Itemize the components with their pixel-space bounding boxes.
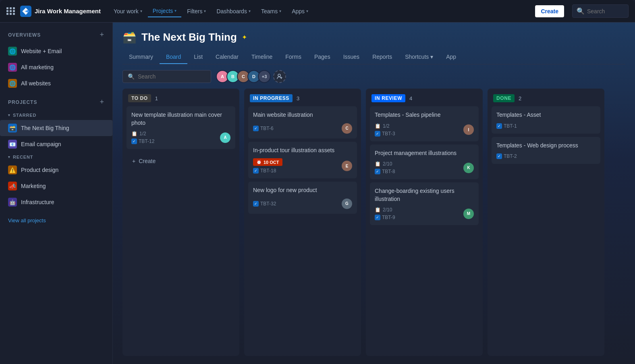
sidebar-item-website-email[interactable]: 🌐 Website + Email [0, 43, 112, 59]
recent-group[interactable]: ▾ RECENT [0, 152, 112, 162]
avatar-overflow[interactable]: +3 [258, 70, 271, 83]
card-title: Change-boarding existing users illustrat… [375, 187, 474, 203]
nav-projects[interactable]: Projects ▾ [148, 5, 182, 17]
card-title: New template illustration main cover pho… [131, 111, 230, 127]
card-id: ✓ TBT-32 [253, 201, 276, 207]
sidebar-item-product-design[interactable]: ⚠️ Product design [0, 162, 112, 178]
sidebar-item-next-big-thing[interactable]: 🗃️ The Next Big Thing [0, 120, 112, 136]
card-id: ✓ TBT-3 [375, 131, 395, 136]
sidebar-item-all-marketing[interactable]: 🌐 All marketing [0, 59, 112, 75]
chevron-icon: ▾ [140, 9, 142, 13]
column-todo-header: TO DO 1 [122, 89, 239, 106]
avatar: M [463, 209, 474, 219]
starred-group[interactable]: ▾ STARRED [0, 110, 112, 120]
search-input[interactable] [587, 8, 619, 14]
tab-issues[interactable]: Issues [337, 50, 366, 64]
done-label: DONE [493, 94, 515, 102]
card-id: ✓ TBT-1 [496, 123, 517, 129]
tab-calendar[interactable]: Calendar [209, 50, 245, 64]
card-title: Templates - Asset [496, 111, 596, 119]
subtask-icon: 📋 [375, 161, 381, 167]
table-row[interactable]: New template illustration main cover pho… [127, 106, 235, 149]
apps-grid-icon[interactable] [6, 7, 15, 15]
inprogress-cards: Main website illustration ✓ TBT-6 C In-p… [244, 106, 361, 218]
nav-your-work[interactable]: Your work ▾ [109, 6, 147, 17]
email-campaign-icon: 📧 [8, 140, 17, 149]
table-row[interactable]: New logo for new product ✓ TBT-32 G [248, 182, 357, 214]
add-person-button[interactable] [273, 70, 286, 83]
tab-shortcuts[interactable]: Shortcuts ▾ [398, 50, 440, 64]
chevron-icon: ▾ [249, 9, 251, 13]
card-meta: 📋 1/2 ✓ TBT-12 A [131, 131, 230, 144]
check-icon: ✓ [375, 169, 380, 174]
tab-app[interactable]: App [440, 50, 463, 64]
table-row[interactable]: Templates - Web design process ✓ TBT-2 [492, 137, 600, 164]
board-search[interactable]: 🔍 [122, 70, 211, 83]
card-title: Main website illustration [253, 111, 352, 119]
card-id: ✓ TBT-12 [131, 139, 154, 144]
card-id: ✓ TBT-2 [496, 153, 517, 159]
sidebar-item-all-websites[interactable]: 🌐 All websites [0, 75, 112, 91]
chevron-icon: ▾ [279, 9, 281, 13]
tab-summary[interactable]: Summary [122, 50, 160, 64]
avatar: G [342, 199, 352, 209]
add-project-button[interactable]: + [100, 98, 104, 106]
tab-pages[interactable]: Pages [308, 50, 337, 64]
sidebar: Overviews + 🌐 Website + Email 🌐 All mark… [0, 23, 113, 364]
tab-forms[interactable]: Forms [279, 50, 308, 64]
create-button[interactable]: Create [535, 5, 564, 17]
nav-apps[interactable]: Apps ▾ [287, 6, 313, 17]
check-icon: ✓ [375, 215, 380, 220]
board-toolbar: 🔍 A B C D +3 [113, 64, 635, 89]
column-inprogress-header: IN PROGRESS 3 [244, 89, 361, 106]
todo-count: 1 [155, 95, 158, 101]
table-row[interactable]: Project management illustrations 📋 2/10 … [370, 145, 479, 180]
column-done-header: DONE 2 [488, 89, 604, 106]
tab-reports[interactable]: Reports [366, 50, 398, 64]
card-subtask: 📋 2/10 [375, 207, 395, 213]
inreview-cards: Templates - Sales pipeline 📋 1/2 ✓ TBT-3 [366, 106, 483, 229]
table-row[interactable]: Main website illustration ✓ TBT-6 C [248, 106, 357, 139]
logo[interactable]: Jira Work Management [20, 6, 101, 17]
column-inreview: IN REVIEW 4 Templates - Sales pipeline 📋… [366, 89, 483, 356]
column-inreview-header: IN REVIEW 4 [366, 89, 483, 106]
card-id: ✓ TBT-6 [253, 126, 274, 131]
card-meta: 📋 2/10 ✓ TBT-9 M [375, 207, 474, 220]
chevron-icon: ▾ [204, 9, 206, 13]
todo-label: TO DO [128, 94, 151, 102]
card-title: Templates - Sales pipeline [375, 111, 474, 119]
global-search[interactable]: 🔍 [572, 4, 629, 18]
nav-dashboards[interactable]: Dashboards ▾ [212, 6, 255, 17]
svg-point-1 [278, 74, 280, 77]
view-all-projects-link[interactable]: View all projects [0, 213, 112, 228]
card-title: Templates - Web design process [496, 142, 596, 150]
product-design-icon: ⚠️ [8, 165, 17, 174]
search-icon: 🔍 [128, 73, 135, 80]
tab-list[interactable]: List [187, 50, 209, 64]
check-icon: ✓ [253, 126, 259, 131]
card-title: New logo for new product [253, 186, 352, 194]
create-card-button[interactable]: + Create [127, 155, 235, 168]
check-icon: ✓ [496, 153, 502, 159]
add-overview-button[interactable]: + [100, 31, 104, 39]
inreview-label: IN REVIEW [371, 94, 405, 102]
clock-icon: ⏰ [256, 159, 262, 165]
tab-timeline[interactable]: Timeline [245, 50, 279, 64]
chevron-icon: ▾ [8, 155, 10, 159]
table-row[interactable]: In-product tour illustration assets ⏰ 10… [248, 142, 357, 179]
sidebar-item-infrastructure[interactable]: 🤖 Infrastructure [0, 194, 112, 210]
search-icon: 🔍 [577, 7, 585, 15]
table-row[interactable]: Change-boarding existing users illustrat… [370, 182, 479, 225]
tab-board[interactable]: Board [160, 50, 187, 64]
sidebar-item-email-campaign[interactable]: 📧 Email campaign [0, 136, 112, 152]
avatar: A [220, 132, 230, 143]
sidebar-item-marketing[interactable]: 📣 Marketing [0, 178, 112, 194]
board-search-input[interactable] [138, 73, 206, 80]
nav-filters[interactable]: Filters ▾ [182, 6, 211, 17]
column-inprogress: IN PROGRESS 3 Main website illustration … [244, 89, 361, 356]
nav-teams[interactable]: Teams ▾ [256, 6, 286, 17]
table-row[interactable]: Templates - Asset ✓ TBT-1 [492, 106, 600, 134]
chevron-icon: ▾ [306, 9, 308, 13]
table-row[interactable]: Templates - Sales pipeline 📋 1/2 ✓ TBT-3 [370, 106, 479, 141]
star-icon[interactable]: ✦ [242, 33, 247, 41]
